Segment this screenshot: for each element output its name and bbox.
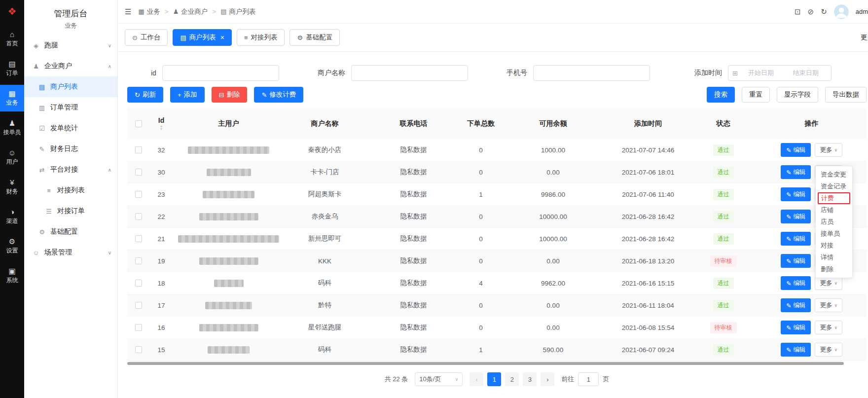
sidebar-item-docking-list[interactable]: ≡对接列表 xyxy=(24,180,117,201)
username[interactable]: adm xyxy=(856,8,868,15)
rail-item-channels[interactable]: ◑渠道 xyxy=(0,203,24,230)
row-checkbox[interactable] xyxy=(135,302,142,309)
edit-button[interactable]: ✎编辑 xyxy=(781,276,811,290)
breadcrumb-item-business[interactable]: ▦业务 xyxy=(138,7,160,16)
page-button-2[interactable]: 2 xyxy=(505,372,519,386)
menu-fold-icon[interactable]: ☰ xyxy=(125,7,131,16)
dropdown-item-delete[interactable]: 删除 xyxy=(816,263,852,275)
edit-button[interactable]: ✎编辑 xyxy=(781,143,811,157)
rail-item-users[interactable]: ☺用户 xyxy=(0,144,24,171)
row-checkbox[interactable] xyxy=(135,346,142,353)
row-status-cell: 通过 xyxy=(690,300,757,311)
more-button[interactable]: 更多∨ xyxy=(815,298,842,312)
edit-button[interactable]: ✎编辑 xyxy=(781,298,811,312)
sort-icons[interactable]: ▲▼ xyxy=(160,125,163,131)
sidebar-item-enterprise-merchant[interactable]: ♟企业商户∧ xyxy=(24,56,117,76)
dropdown-item-fund-change[interactable]: 资金变更 xyxy=(816,169,852,181)
sidebar-item-merchant-list[interactable]: ▤商户列表 xyxy=(24,76,117,97)
tab-basic-config[interactable]: ⚙基础配置 xyxy=(289,29,340,46)
goto-page-input[interactable] xyxy=(578,372,599,386)
dropdown-item-shop[interactable]: 店铺 xyxy=(816,204,852,216)
page-button-3[interactable]: 3 xyxy=(523,372,537,386)
reset-button[interactable]: 重置 xyxy=(742,87,770,103)
dropdown-item-docking[interactable]: 对接 xyxy=(816,240,852,252)
row-balance: 0.00 xyxy=(500,257,606,265)
edit-button[interactable]: ✎编辑 xyxy=(781,343,811,357)
row-checkbox[interactable] xyxy=(135,213,142,220)
dropdown-item-fund-record[interactable]: 资金记录 xyxy=(816,181,852,192)
delete-button[interactable]: ⊟ 删除 xyxy=(212,87,248,103)
topbar-icons: ⊡⊘↻ xyxy=(795,7,827,16)
modify-billing-button[interactable]: ✎ 修改计费 xyxy=(254,87,303,103)
date-range-picker[interactable]: ⊞ 开始日期 结束日期 xyxy=(728,65,832,81)
more-button[interactable]: 更多∨ xyxy=(815,143,842,157)
more-button[interactable]: 更多∨ xyxy=(815,276,842,290)
next-page-button[interactable]: › xyxy=(541,372,554,386)
sidebar-item-order-management[interactable]: ▥订单管理 xyxy=(24,97,117,118)
merchant-name-filter-input[interactable] xyxy=(351,65,468,81)
scrollbar-thumb[interactable] xyxy=(127,362,844,365)
pagination: 共 22 条 10条/页 ∨ ‹123› 前往 页 xyxy=(127,372,867,386)
sidebar-item-basic-config[interactable]: ⚙基础配置 xyxy=(24,221,117,242)
sidebar-item-dispatch-stats[interactable]: ☑发单统计 xyxy=(24,118,117,139)
row-checkbox[interactable] xyxy=(135,280,142,287)
dropdown-item-detail[interactable]: 详情 xyxy=(816,252,852,263)
row-checkbox[interactable] xyxy=(135,169,142,176)
sidebar-item-errand[interactable]: ◈跑腿∨ xyxy=(24,35,117,56)
rail-item-business[interactable]: ▦业务 xyxy=(0,85,24,111)
row-checkbox[interactable] xyxy=(135,324,142,331)
forbid-icon[interactable]: ⊘ xyxy=(808,7,814,16)
prev-page-button[interactable]: ‹ xyxy=(470,372,483,386)
tab-workbench[interactable]: ⊙工作台 xyxy=(125,29,168,46)
sidebar-item-scene-management[interactable]: ☺场景管理∨ xyxy=(24,242,117,263)
user-avatar[interactable] xyxy=(834,4,849,19)
rail-item-couriers[interactable]: ♟接单员 xyxy=(0,114,24,141)
select-all-checkbox[interactable] xyxy=(135,120,142,127)
edit-label: 编辑 xyxy=(793,346,805,354)
sidebar-item-platform-docking[interactable]: ⇄平台对接∧ xyxy=(24,159,117,180)
tab-docking-list[interactable]: ≡对接列表 xyxy=(237,29,285,46)
edit-button[interactable]: ✎编辑 xyxy=(781,254,811,268)
page-button-1[interactable]: 1 xyxy=(487,372,501,386)
dropdown-item-billing[interactable]: 计费 xyxy=(818,192,850,204)
sidebar-item-docking-orders[interactable]: ☰对接订单 xyxy=(24,201,117,221)
fullscreen-icon[interactable]: ⊡ xyxy=(795,7,801,16)
edit-button[interactable]: ✎编辑 xyxy=(781,210,811,223)
add-button[interactable]: + 添加 xyxy=(170,87,205,103)
export-data-button[interactable]: 导出数据 xyxy=(825,87,867,103)
app-logo-icon[interactable]: ❖ xyxy=(0,0,24,23)
rail-item-home[interactable]: ⌂首页 xyxy=(0,26,24,52)
row-phone: 隐私数据 xyxy=(365,145,462,154)
refresh-icon[interactable]: ↻ xyxy=(821,7,827,16)
sort-desc-icon[interactable]: ▼ xyxy=(160,128,163,131)
edit-button[interactable]: ✎编辑 xyxy=(781,232,811,246)
tab-merchant-list[interactable]: ▤商户列表× xyxy=(173,29,231,46)
breadcrumb-item-enterprise-merchant[interactable]: ♟企业商户 xyxy=(173,7,208,16)
page-size-select[interactable]: 10条/页 ∨ xyxy=(415,372,463,386)
row-checkbox[interactable] xyxy=(135,235,142,242)
rail-item-settings[interactable]: ⚙设置 xyxy=(0,233,24,259)
refresh-button[interactable]: ↻ 刷新 xyxy=(127,87,163,103)
row-checkbox[interactable] xyxy=(135,191,142,198)
show-fields-button[interactable]: 显示字段 xyxy=(777,87,818,103)
edit-button[interactable]: ✎编辑 xyxy=(781,321,811,334)
breadcrumb-item-merchant-list[interactable]: ▤商户列表 xyxy=(220,7,255,16)
phone-filter-input[interactable] xyxy=(533,65,650,81)
more-button[interactable]: 更多∨ xyxy=(815,321,842,334)
dropdown-item-courier[interactable]: 接单员 xyxy=(816,228,852,240)
edit-button[interactable]: ✎编辑 xyxy=(781,187,811,201)
edit-button[interactable]: ✎编辑 xyxy=(781,165,811,179)
column-header-id[interactable]: Id ▲▼ xyxy=(149,116,173,131)
rail-item-finance[interactable]: ¥财务 xyxy=(0,174,24,200)
sidebar-item-finance-log[interactable]: ✎财务日志 xyxy=(24,139,117,159)
id-filter-input[interactable] xyxy=(162,65,279,81)
dropdown-item-clerk[interactable]: 店员 xyxy=(816,216,852,228)
more-button[interactable]: 更多∨ xyxy=(815,343,842,357)
row-checkbox[interactable] xyxy=(135,146,142,153)
rail-item-system[interactable]: ▣系统 xyxy=(0,262,24,289)
tabs-more-button[interactable]: 更多 xyxy=(861,33,868,42)
search-button[interactable]: 搜索 xyxy=(707,87,735,103)
row-checkbox[interactable] xyxy=(135,257,142,264)
close-icon[interactable]: × xyxy=(220,34,224,41)
rail-item-orders[interactable]: ▤订单 xyxy=(0,55,24,82)
